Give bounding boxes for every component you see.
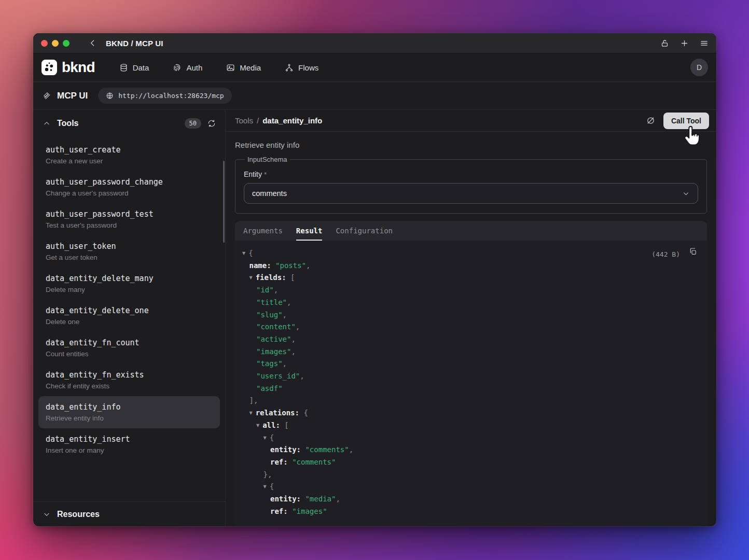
tool-item-data_entity_fn_count[interactable]: data_entity_fn_countCount entities	[33, 332, 225, 364]
json-line: "active",	[235, 333, 699, 346]
globe-icon	[106, 92, 114, 100]
content: Tools 50 auth_user_createCreate a new us…	[33, 110, 716, 526]
tools-section-header[interactable]: Tools 50	[33, 110, 225, 137]
entity-select[interactable]: comments	[244, 183, 698, 204]
input-schema-fieldset: InputSchema Entity* comments	[235, 156, 707, 214]
tools-section-title: Tools	[57, 119, 78, 128]
sidebar: Tools 50 auth_user_createCreate a new us…	[33, 110, 226, 526]
tool-item-data_entity_delete_many[interactable]: data_entity_delete_manyDelete many	[33, 268, 225, 300]
tool-item-auth_user_password_test[interactable]: auth_user_password_testTest a user's pas…	[33, 203, 225, 235]
tool-item-auth_user_password_change[interactable]: auth_user_password_changeChange a user's…	[33, 171, 225, 203]
titlebar: BKND / MCP UI	[33, 33, 716, 53]
database-icon	[119, 63, 128, 72]
resources-section-header[interactable]: Resources	[33, 501, 225, 526]
brand-name: bknd	[62, 60, 95, 75]
breadcrumb-current: data_entity_info	[262, 116, 322, 125]
app-navbar: bknd DataAuthMediaFlows D	[33, 53, 716, 82]
json-line: ▼{	[235, 247, 699, 260]
flows-icon	[285, 63, 294, 72]
breadcrumb-parent[interactable]: Tools	[235, 116, 253, 125]
main-panel: Tools / data_entity_info Call Tool Retri…	[226, 110, 716, 526]
chevron-up-icon[interactable]	[43, 119, 51, 128]
tool-description: Test a user's password	[46, 221, 213, 229]
tab-configuration[interactable]: Configuration	[336, 221, 393, 241]
tool-name: auth_user_create	[46, 145, 213, 155]
expander-icon[interactable]: ▼	[249, 407, 253, 419]
expander-icon[interactable]: ▼	[249, 272, 253, 284]
tool-description: Retrieve entity info	[46, 414, 213, 422]
tab-arguments[interactable]: Arguments	[243, 221, 283, 241]
nav-item-data[interactable]: Data	[119, 63, 149, 72]
nav-item-flows[interactable]: Flows	[285, 63, 318, 72]
tool-description: Create a new user	[46, 157, 213, 165]
nav-item-label: Auth	[186, 63, 202, 72]
json-line: ▼all: [	[235, 419, 699, 432]
json-line: ref: "comments"	[235, 456, 699, 469]
resources-section-title: Resources	[57, 510, 100, 519]
tool-item-data_entity_insert[interactable]: data_entity_insertInsert one or many	[33, 428, 225, 460]
zoom-window-button[interactable]	[63, 40, 70, 47]
tool-item-data_entity_fn_exists[interactable]: data_entity_fn_existsCheck if entity exi…	[33, 364, 225, 396]
tab-result[interactable]: Result	[296, 221, 323, 241]
expander-icon[interactable]: ▼	[242, 247, 245, 260]
tool-item-auth_user_token[interactable]: auth_user_tokenGet a user token	[33, 235, 225, 268]
close-window-button[interactable]	[41, 40, 48, 47]
expander-icon[interactable]: ▼	[256, 419, 259, 432]
json-line: "users_id",	[235, 370, 699, 383]
call-tool-button[interactable]: Call Tool	[663, 113, 709, 129]
tool-item-auth_user_create[interactable]: auth_user_createCreate a new user	[33, 139, 225, 171]
json-line: "id",	[235, 284, 699, 297]
json-line: "slug",	[235, 309, 699, 321]
history-off-icon[interactable]	[646, 116, 655, 125]
entity-select-value: comments	[252, 189, 287, 198]
avatar[interactable]: D	[690, 59, 708, 76]
json-line: entity: "comments",	[235, 444, 699, 456]
tool-item-data_entity_info[interactable]: data_entity_infoRetrieve entity info	[38, 396, 220, 428]
expander-icon[interactable]: ▼	[263, 432, 267, 444]
chevron-down-icon[interactable]	[43, 510, 51, 519]
tool-name: auth_user_password_test	[46, 209, 213, 219]
nav-item-media[interactable]: Media	[226, 63, 261, 72]
sidebar-scrollbar[interactable]	[223, 161, 225, 243]
back-icon[interactable]	[89, 39, 97, 47]
json-line: ▼relations: {	[235, 407, 699, 419]
nav-item-label: Media	[240, 63, 261, 72]
tab-strip: ArgumentsResultConfiguration	[235, 221, 707, 241]
new-tab-icon[interactable]	[680, 39, 689, 48]
server-url-pill[interactable]: http://localhost:28623/mcp	[98, 88, 232, 104]
tool-name: data_entity_insert	[46, 435, 213, 444]
desktop: { "window": { "title": "BKND / MCP UI" }…	[0, 0, 749, 560]
entity-field-label: Entity*	[244, 170, 698, 178]
expander-icon[interactable]: ▼	[263, 481, 267, 493]
copy-icon[interactable]	[689, 247, 697, 256]
page-title: MCP UI	[57, 91, 88, 101]
input-schema-legend: InputSchema	[245, 156, 290, 163]
json-line: "tags",	[235, 358, 699, 370]
refresh-icon[interactable]	[207, 119, 216, 128]
fingerprint-icon	[173, 63, 182, 72]
nav-item-auth[interactable]: Auth	[173, 63, 202, 72]
main-body: Retrieve entity info InputSchema Entity*…	[226, 132, 716, 526]
minimize-window-button[interactable]	[52, 40, 59, 47]
tool-name: data_entity_info	[46, 402, 213, 412]
nav-menu: DataAuthMediaFlows	[119, 63, 319, 72]
window-title: BKND / MCP UI	[106, 39, 163, 48]
server-url: http://localhost:28623/mcp	[118, 92, 224, 100]
json-tree: ▼{name: "posts",▼fields: ["id","title","…	[235, 247, 699, 517]
json-line: "asdf"	[235, 383, 699, 395]
lock-open-icon[interactable]	[660, 39, 669, 48]
tool-description: Count entities	[46, 350, 213, 358]
traffic-lights	[41, 40, 70, 47]
json-line: "title",	[235, 297, 699, 309]
tool-name: data_entity_delete_many	[46, 274, 213, 283]
required-mark: *	[264, 171, 267, 178]
json-line: ref: "images"	[235, 506, 699, 518]
tool-description: Get a user token	[46, 254, 213, 261]
brand[interactable]: bknd	[41, 60, 95, 75]
chevron-down-icon	[682, 190, 690, 198]
tool-item-data_entity_delete_one[interactable]: data_entity_delete_oneDelete one	[33, 300, 225, 332]
menu-icon[interactable]	[700, 39, 709, 48]
main-header: Tools / data_entity_info Call Tool	[226, 110, 716, 132]
breadcrumb-separator: /	[257, 116, 259, 125]
stack-icon	[43, 91, 51, 100]
